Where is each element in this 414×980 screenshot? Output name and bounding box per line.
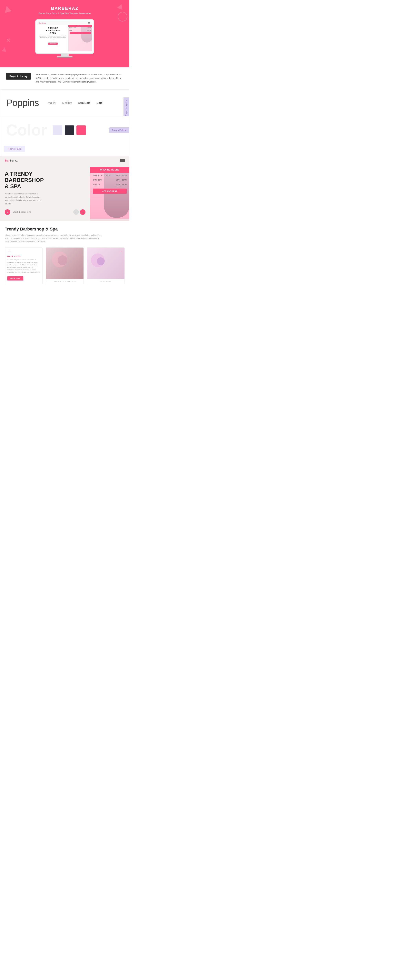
hero-title: BARBERAZ <box>4 6 126 11</box>
monitor-content: A TRENDYBARBERSHOP& SPA A barber's place… <box>37 25 92 51</box>
color-swatches <box>53 126 86 135</box>
project-history-label: Project History <box>6 73 31 80</box>
font-weight-medium: Medium <box>62 101 72 105</box>
swatch-pink <box>76 126 86 135</box>
service-card-haircuts-title: HAIR CUTS <box>7 255 40 258</box>
site-hours-day-1: MONDAY TO FRIDAY <box>93 174 110 176</box>
site-hours-time-3: 10AM - 15PM <box>116 184 127 186</box>
hairwash-deco-circle-2 <box>97 257 105 265</box>
site-nav-menu-icon <box>120 159 125 162</box>
site-hours-time-1: 09AM - 22PM <box>116 174 127 176</box>
monitor-appointment-btn[interactable]: APPOINTMENT <box>48 43 58 45</box>
monitor-hours-row-1: MONDAY TO FRIDAY09AM - 22PM <box>68 27 92 29</box>
typography-main: Poppins Regular Medium SemiBold Bold <box>6 97 123 108</box>
monitor-hours-row-3: SUNDAY10AM - 15PM <box>68 30 92 31</box>
typography-label: Typography <box>124 97 129 118</box>
site-hero-left: A TRENDYBARBERSHOP& SPA A barber's place… <box>0 167 90 219</box>
hairwash-arrow-icon: → <box>120 250 123 253</box>
monitor-screen: BarBeraz A TRENDYBARBERSHOP& SPA A barbe… <box>37 21 92 52</box>
monitor-hero-left: A TRENDYBARBERSHOP& SPA A barber's place… <box>37 25 68 51</box>
site-hours-time-2: 10AM - 15PM <box>116 179 127 181</box>
monitor-appt-btn[interactable]: APPOINTMENT <box>70 32 91 34</box>
site-nav-logo: BarBeraz <box>5 159 18 162</box>
site-hours-day-2: SATURDAY <box>93 179 102 181</box>
site-hours-panel: OPENING HOURS MONDAY TO FRIDAY 09AM - 22… <box>90 167 129 219</box>
service-hairwash-img: → <box>87 248 124 279</box>
services-title: Trendy Barbershop & Spa <box>5 227 125 232</box>
typography-section: Typography Poppins Regular Medium SemiBo… <box>0 89 129 116</box>
site-hours-row-1: MONDAY TO FRIDAY 09AM - 22PM <box>90 173 129 178</box>
monitor-menu-icon <box>88 22 90 24</box>
service-card-makeover: COMPLETE MAKEOVER <box>46 247 83 284</box>
services-desc: A barber is a person whose occupation is… <box>5 234 103 243</box>
site-nav: BarBeraz <box>0 156 129 165</box>
website-mockup-section: BarBeraz A TRENDYBARBERSHOP& SPA A barbe… <box>0 156 129 221</box>
site-hero: A TRENDYBARBERSHOP& SPA A barber's place… <box>0 165 129 221</box>
service-card-haircuts-body: ⌒ HAIR CUTS A barber is a person whose o… <box>5 248 42 283</box>
monitor-opening-hours-header: OPENING HOURS <box>68 25 92 27</box>
site-prev-arrow[interactable]: ← <box>73 209 79 215</box>
site-appointment-button[interactable]: APPOINTMENT <box>93 189 127 194</box>
monitor-stand <box>61 54 68 56</box>
style-guide-section: Typography Poppins Regular Medium SemiBo… <box>0 89 129 156</box>
site-hours-day-3: SUNDAY <box>93 184 100 186</box>
service-card-haircuts-text: A barber is a person whose occupation is… <box>7 259 40 274</box>
monitor-base <box>57 56 73 57</box>
homepage-label: Home Page <box>4 146 25 152</box>
services-cards: ⌒ HAIR CUTS A barber is a person whose o… <box>5 247 125 284</box>
hero-subtitle: Barber Shop, Salon & Spa Web Template Pr… <box>4 12 126 14</box>
site-hours-header: OPENING HOURS <box>90 167 129 173</box>
site-hours-content: OPENING HOURS MONDAY TO FRIDAY 09AM - 22… <box>90 167 129 194</box>
service-card-hairwash: → HAIR WASH <box>87 247 125 284</box>
site-hero-cta: ▶ Watch 1 minute intro ← → <box>5 209 86 215</box>
service-book-now-button[interactable]: BOOK NOW <box>7 276 23 280</box>
services-section: Trendy Barbershop & Spa A barber is a pe… <box>0 221 129 290</box>
monitor-hero-right: OPENING HOURS MONDAY TO FRIDAY09AM - 22P… <box>68 25 92 51</box>
site-play-button[interactable]: ▶ <box>5 209 10 215</box>
colors-section: Color Colors Palette <box>0 116 129 144</box>
comb-icon: ⌒ <box>7 250 40 255</box>
site-arrows: ← → <box>73 209 86 215</box>
site-hours-row-2: SATURDAY 10AM - 15PM <box>90 178 129 182</box>
service-makeover-label: COMPLETE MAKEOVER <box>46 279 83 284</box>
monitor-headline: A TRENDYBARBERSHOP& SPA <box>39 27 67 35</box>
site-hero-desc: A barber's place of work is known as a b… <box>5 192 44 205</box>
swatch-dark <box>65 126 74 135</box>
monitor-nav-bar: BarBeraz <box>37 21 92 25</box>
font-name: Poppins <box>6 97 39 108</box>
monitor-logo: BarBeraz <box>39 22 46 24</box>
homepage-label-wrap: Home Page <box>0 144 129 156</box>
service-makeover-img <box>46 248 83 279</box>
deco-triangle-bl <box>2 47 7 52</box>
font-weights: Regular Medium SemiBold Bold <box>47 101 102 105</box>
site-watch-label: Watch 1 minute intro <box>13 211 31 213</box>
site-hours-row-3: SUNDAY 10AM - 15PM <box>90 182 129 187</box>
hero-section: ✕ BARBERAZ Barber Shop, Salon & Spa Web … <box>0 0 129 67</box>
project-history-section: Project History Here I Love to present a… <box>0 67 129 89</box>
colors-big-text: Color <box>6 122 47 138</box>
deco-x: ✕ <box>6 37 10 44</box>
monitor-desc: A barber's place of work is known as a b… <box>39 35 67 40</box>
monitor-frame: BarBeraz A TRENDYBARBERSHOP& SPA A barbe… <box>35 19 94 54</box>
monitor-hours-row-2: SATURDAY10AM - 15PM <box>68 29 92 30</box>
font-weight-bold: Bold <box>96 101 102 105</box>
project-history-text: Here I Love to present a website design … <box>36 73 124 84</box>
font-weight-semibold: SemiBold <box>78 101 91 105</box>
swatch-light-purple <box>53 126 62 135</box>
service-hairwash-label: HAIR WASH <box>87 279 124 284</box>
site-next-arrow[interactable]: → <box>80 209 86 215</box>
service-card-haircuts: ⌒ HAIR CUTS A barber is a person whose o… <box>5 247 43 284</box>
site-hero-headline: A TRENDYBARBERSHOP& SPA <box>5 171 86 190</box>
colors-palette-label: Colors Palette <box>109 127 129 133</box>
font-weight-regular: Regular <box>47 101 56 105</box>
monitor-mockup: BarBeraz A TRENDYBARBERSHOP& SPA A barbe… <box>4 19 126 57</box>
